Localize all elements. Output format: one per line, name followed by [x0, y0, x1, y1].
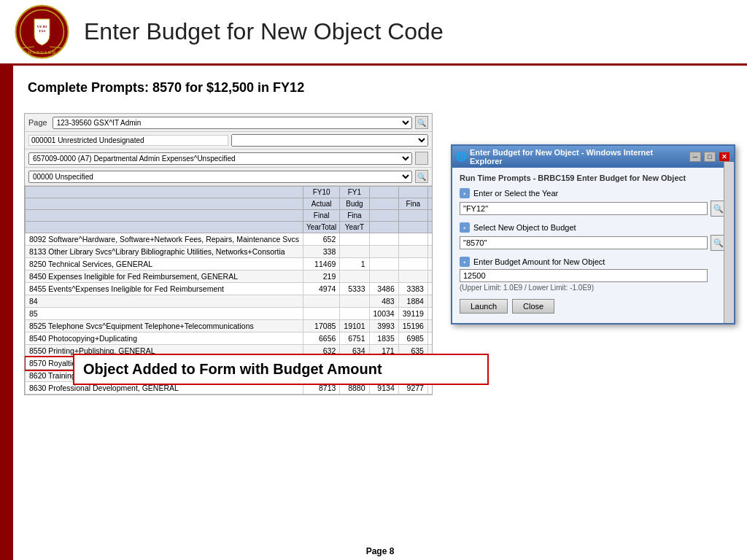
- amount-input[interactable]: [460, 269, 708, 282]
- ie-minimize-btn[interactable]: ─: [689, 152, 701, 162]
- table-row: 8133 Other Library Svcs^Library Bibliogr…: [26, 246, 433, 258]
- limit-text: (Upper Limit: 1.0E9 / Lower Limit: -1.0E…: [460, 284, 727, 292]
- row-e2: [398, 246, 427, 258]
- amount-field-group: ▪ Enter Budget Amount for New Object (Up…: [460, 257, 727, 292]
- row-e3: [427, 258, 432, 271]
- table-row: 85 10034 39119 39176: [26, 308, 433, 320]
- year-label-text: Enter or Select the Year: [473, 189, 558, 198]
- year-input[interactable]: [460, 202, 708, 215]
- blank-select[interactable]: [231, 134, 428, 147]
- table-row: 8450 Expenses Ineligible for Fed Reimbur…: [26, 271, 433, 283]
- object-field-icon: ▪: [460, 222, 470, 233]
- col-fy11-final: Fina: [340, 210, 369, 222]
- col-sub4b: [398, 210, 427, 222]
- row-label: 84: [26, 295, 303, 308]
- row-e3: 7040: [427, 332, 432, 345]
- object-field-label: ▪ Select New Object to Budget: [460, 222, 727, 233]
- ie-icon: 🌐: [456, 152, 467, 162]
- col-sub4c: [398, 222, 427, 233]
- launch-button[interactable]: Launch: [460, 299, 508, 314]
- object-search-btn[interactable]: [415, 152, 428, 165]
- row-fy10: 17085: [303, 320, 339, 332]
- amount-label-text: Enter Budget Amount for New Object: [473, 257, 605, 266]
- content-area: Complete Prompts: 8570 for $12,500 in FY…: [13, 66, 747, 560]
- row-fy11: 1: [340, 258, 369, 271]
- callout-text: Object Added to Form with Budget Amount: [83, 361, 382, 377]
- row-e3: [427, 246, 432, 258]
- account-search-btn[interactable]: 🔍: [415, 116, 428, 129]
- row-e1: 483: [369, 295, 398, 308]
- table-row: 8250 Technical Services, GENERAL 11469 1: [26, 258, 433, 271]
- col-label-sub3: [26, 222, 303, 233]
- row-fy10: [303, 308, 339, 320]
- object-label-text: Select New Object to Budget: [473, 223, 576, 232]
- col-fy10-final: Final: [303, 210, 339, 222]
- row-fy10: [303, 295, 339, 308]
- row-label: 8092 Software^Hardware, Software+Network…: [26, 233, 303, 246]
- row-e2: 6985: [398, 332, 427, 345]
- row-e3: 15343: [427, 320, 432, 332]
- col-extra3-header: [427, 187, 432, 198]
- header: VE RI TAS HARVARD Enter Budget for New O…: [0, 0, 747, 66]
- row-e3: [427, 233, 432, 246]
- row-e1: 10034: [369, 308, 398, 320]
- harvard-logo: VE RI TAS HARVARD: [15, 4, 69, 59]
- row-e2: [398, 271, 427, 283]
- col-fy10-actual: Actual: [303, 198, 339, 210]
- object-input-row: 🔍: [460, 235, 727, 251]
- object-select[interactable]: 657009-0000 (A7) Departmental Admin Expe…: [28, 152, 412, 165]
- row-e1: [369, 233, 398, 246]
- ie-maximize-btn[interactable]: □: [704, 152, 716, 162]
- row-fy11: [340, 308, 369, 320]
- col-sub3c: [369, 222, 398, 233]
- subcode-select[interactable]: 00000 Unspecified: [28, 171, 412, 183]
- col-fy11-budg: Budg: [340, 198, 369, 210]
- row-fy11: [340, 295, 369, 308]
- ie-titlebar: 🌐 Enter Budget for New Object - Windows …: [452, 146, 734, 168]
- row-fy11: [340, 271, 369, 283]
- year-field-group: ▪ Enter or Select the Year 🔍: [460, 188, 727, 217]
- ie-close-btn-titlebar[interactable]: ✕: [719, 152, 730, 162]
- main-content: Complete Prompts: 8570 for $12,500 in FY…: [0, 66, 747, 560]
- row-label: 8450 Expenses Ineligible for Fed Reimbur…: [26, 271, 303, 283]
- row-e1: 3486: [369, 283, 398, 295]
- col-sub4: Fina: [398, 198, 427, 210]
- filter-row-2: [25, 132, 432, 149]
- ie-dialog-subtitle: Run Time Prompts - BRBC159 Enter Budget …: [460, 174, 727, 182]
- svg-text:HARVARD: HARVARD: [28, 50, 56, 55]
- col-sub3b: [369, 210, 398, 222]
- col-sub3: [369, 198, 398, 210]
- spreadsheet-panel: Page 123-39560 GSX^IT Admin 🔍 657009-000…: [24, 113, 433, 395]
- page-label: Page: [28, 118, 50, 127]
- ie-scrollbar[interactable]: [724, 162, 734, 323]
- row-e2: [398, 233, 427, 246]
- row-label: 8540 Photocopying+Duplicating: [26, 332, 303, 345]
- row-fy11: [340, 246, 369, 258]
- year-field-icon: ▪: [460, 188, 470, 198]
- subcode-search-btn[interactable]: 🔍: [415, 170, 428, 183]
- col-extra2-header: [398, 187, 427, 198]
- dialog-close-button[interactable]: Close: [512, 299, 554, 314]
- row-e3: 39176: [427, 308, 432, 320]
- left-accent-bar: [0, 66, 13, 560]
- col-label-sub: [26, 198, 303, 210]
- fund-input[interactable]: [28, 135, 228, 146]
- col-fy11-total: YearT: [340, 222, 369, 233]
- table-row: 8540 Photocopying+Duplicating 6656 6751 …: [26, 332, 433, 345]
- col-sub5: [427, 198, 432, 210]
- col-sub5b: [427, 210, 432, 222]
- row-fy10: 11469: [303, 258, 339, 271]
- table-row: 8455 Events^Expenses Ineligible for Fed …: [26, 283, 433, 295]
- row-label: 8250 Technical Services, GENERAL: [26, 258, 303, 271]
- row-e1: 1835: [369, 332, 398, 345]
- filter-row-3: 657009-0000 (A7) Departmental Admin Expe…: [25, 149, 432, 168]
- row-fy11: 5333: [340, 283, 369, 295]
- row-e1: 3993: [369, 320, 398, 332]
- object-input[interactable]: [460, 236, 708, 249]
- ie-dialog-title: Enter Budget for New Object - Windows In…: [470, 148, 686, 166]
- table-row: 8525 Telephone Svcs^Equipment Telephone+…: [26, 320, 433, 332]
- table-row: 8092 Software^Hardware, Software+Network…: [26, 233, 433, 246]
- account-select[interactable]: 123-39560 GSX^IT Admin: [53, 117, 412, 129]
- filter-row-4: 00000 Unspecified 🔍: [25, 168, 432, 186]
- filter-row-1: Page 123-39560 GSX^IT Admin 🔍: [25, 114, 432, 132]
